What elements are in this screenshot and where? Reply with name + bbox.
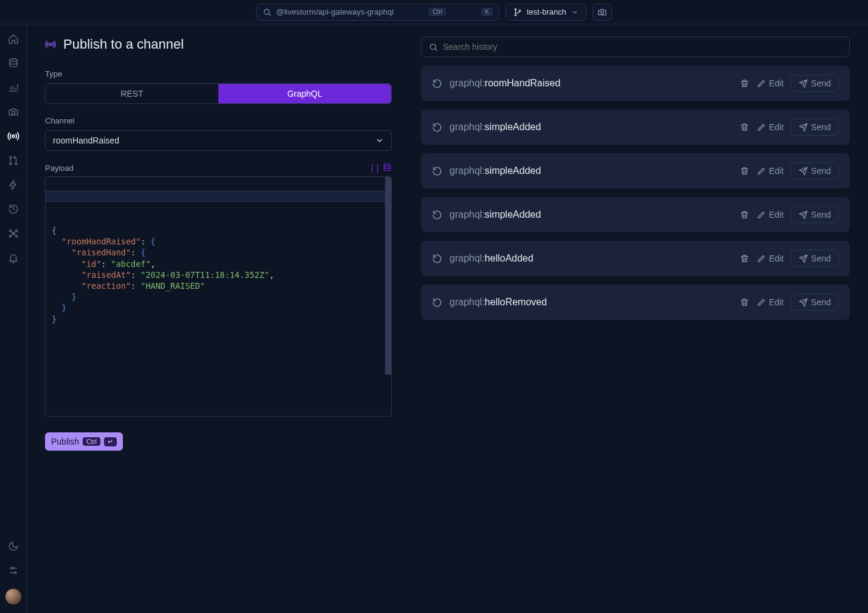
nav-analytics[interactable] — [7, 81, 19, 94]
svg-line-22 — [435, 49, 437, 50]
history-item: graphql:simpleAdded Edit Send — [421, 109, 850, 145]
history-item: graphql:roomHandRaised Edit Send — [421, 66, 850, 101]
history-search-input[interactable] — [443, 42, 842, 52]
history-proto: graphql: — [450, 297, 485, 307]
svg-point-7 — [12, 111, 15, 114]
history-search[interactable] — [421, 36, 850, 57]
svg-point-20 — [384, 164, 391, 166]
send-icon — [799, 298, 808, 307]
history-edit[interactable]: Edit — [757, 122, 783, 132]
pencil-icon — [757, 298, 766, 307]
history-send[interactable]: Send — [791, 206, 839, 223]
svg-point-8 — [12, 135, 15, 137]
replay-icon — [432, 122, 442, 133]
format-json-icon[interactable]: { } — [371, 163, 379, 173]
pencil-icon — [757, 254, 766, 263]
history-edit[interactable]: Edit — [757, 166, 783, 176]
send-icon — [799, 79, 808, 88]
history-name: helloAdded — [485, 253, 533, 263]
nav-settings[interactable] — [7, 564, 19, 577]
channel-value: roomHandRaised — [53, 136, 119, 145]
editor-scrollbar[interactable] — [385, 177, 391, 375]
user-avatar[interactable] — [5, 589, 21, 604]
history-send[interactable]: Send — [791, 250, 839, 267]
global-search[interactable]: @livestorm/api-gateways-graphql Ctrl K — [256, 4, 499, 21]
type-graphql[interactable]: GraphQL — [218, 84, 391, 103]
history-delete[interactable] — [740, 122, 749, 132]
publish-button[interactable]: Publish Ctrl ↵ — [45, 432, 123, 451]
svg-point-19 — [49, 43, 51, 45]
history-item: graphql:simpleAdded Edit Send — [421, 153, 850, 189]
history-delete[interactable] — [740, 210, 749, 220]
nav-notifications[interactable] — [7, 252, 19, 264]
history-proto: graphql: — [450, 253, 485, 263]
history-edit[interactable]: Edit — [757, 210, 783, 220]
history-send[interactable]: Send — [791, 119, 839, 136]
trash-icon — [740, 166, 749, 176]
history-name: simpleAdded — [485, 122, 541, 132]
history-delete[interactable] — [740, 78, 749, 88]
history-delete[interactable] — [740, 297, 749, 307]
history-proto: graphql: — [450, 122, 485, 132]
svg-point-0 — [264, 9, 269, 14]
replay-icon — [432, 210, 442, 220]
pencil-icon — [757, 167, 766, 176]
channel-select[interactable]: roomHandRaised — [45, 130, 392, 151]
type-segmented-control: REST GraphQL — [45, 83, 392, 104]
nav-camera[interactable] — [7, 106, 19, 118]
type-label: Type — [45, 69, 392, 78]
history-send[interactable]: Send — [791, 294, 839, 311]
replay-icon — [432, 297, 442, 308]
svg-line-1 — [269, 13, 271, 15]
history-delete[interactable] — [740, 166, 749, 176]
send-icon — [799, 167, 808, 176]
nav-pull-request[interactable] — [7, 154, 19, 167]
snapshot-button[interactable] — [592, 4, 612, 21]
nav-bolt[interactable] — [7, 179, 19, 191]
trash-icon — [740, 122, 749, 132]
send-icon — [799, 123, 808, 132]
trash-icon — [740, 210, 749, 220]
pencil-icon — [757, 79, 766, 88]
nav-history[interactable] — [7, 203, 19, 215]
nav-database[interactable] — [7, 57, 19, 69]
history-item: graphql:helloRemoved Edit Send — [421, 285, 850, 320]
camera-icon — [597, 7, 607, 17]
send-icon — [799, 210, 808, 220]
search-text: @livestorm/api-gateways-graphql — [276, 7, 394, 16]
nav-publish[interactable] — [7, 130, 19, 142]
publish-label: Publish — [51, 437, 79, 446]
history-edit[interactable]: Edit — [757, 297, 783, 307]
replay-icon — [432, 254, 442, 264]
chevron-down-icon — [571, 9, 578, 16]
database-icon[interactable] — [383, 163, 392, 172]
publish-kbd-ctrl: Ctrl — [83, 437, 100, 446]
branch-name: test-branch — [527, 7, 566, 16]
history-send[interactable]: Send — [791, 75, 839, 92]
history-edit[interactable]: Edit — [757, 78, 783, 88]
search-kbd-ctrl: Ctrl — [429, 8, 446, 16]
history-proto: graphql: — [450, 209, 485, 220]
history-name: simpleAdded — [485, 165, 541, 176]
trash-icon — [740, 297, 749, 307]
history-send[interactable]: Send — [791, 162, 839, 179]
payload-editor[interactable]: { "roomHandRaised": { "raisedHand": { "i… — [45, 176, 392, 417]
search-kbd-k: K — [481, 8, 493, 16]
history-name: helloRemoved — [485, 297, 547, 307]
search-icon — [263, 8, 271, 16]
payload-label: Payload — [45, 164, 74, 173]
history-name: simpleAdded — [485, 209, 541, 220]
nav-theme[interactable] — [7, 540, 19, 552]
branch-selector[interactable]: test-branch — [505, 4, 586, 21]
svg-point-21 — [431, 44, 436, 49]
nav-graph[interactable] — [7, 227, 19, 240]
history-edit[interactable]: Edit — [757, 254, 783, 263]
history-delete[interactable] — [740, 254, 749, 263]
trash-icon — [740, 78, 749, 88]
svg-point-6 — [10, 59, 17, 62]
type-rest[interactable]: REST — [46, 84, 218, 103]
nav-home[interactable] — [7, 33, 19, 45]
trash-icon — [740, 254, 749, 263]
channel-label: Channel — [45, 116, 392, 125]
chevron-down-icon — [375, 136, 384, 145]
